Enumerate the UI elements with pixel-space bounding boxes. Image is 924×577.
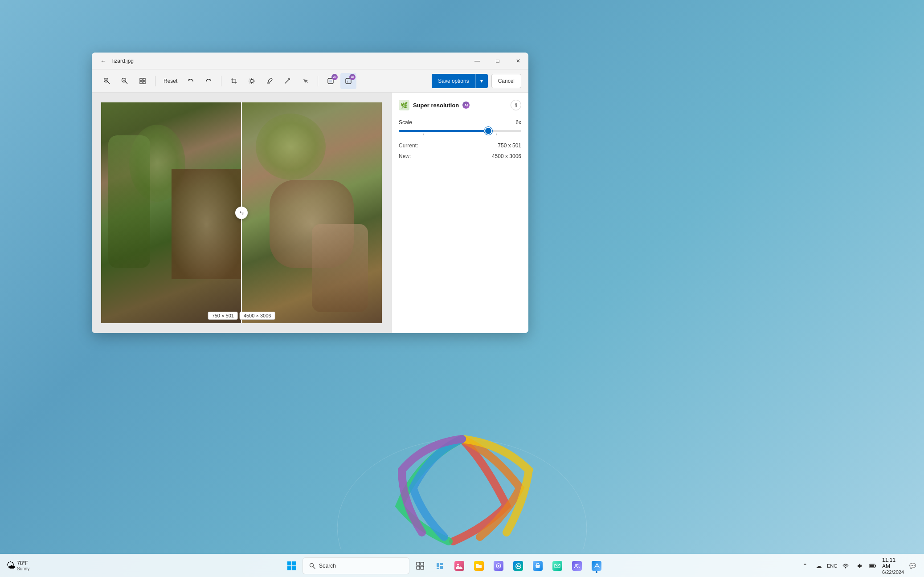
taskbar-mail-button[interactable] [548, 557, 566, 575]
svg-point-46 [577, 564, 579, 565]
svg-line-18 [253, 82, 254, 83]
original-size-label: 750 × 501 [208, 312, 238, 320]
separator-1 [155, 76, 155, 86]
super-resolution-button[interactable]: ↑ AI [340, 73, 356, 89]
save-options-button[interactable]: Save options ▾ [432, 74, 487, 88]
svg-rect-38 [440, 563, 443, 565]
svg-rect-35 [417, 566, 420, 569]
right-panel: 🌿 Super resolution AI ℹ Scale 6x [391, 93, 528, 333]
save-options-label: Save options [438, 78, 469, 84]
cloud-icon[interactable]: ☁ [813, 559, 824, 573]
network-icon[interactable] [840, 559, 851, 573]
taskbar-weather[interactable]: 🌤 78°F Sunny [0, 560, 89, 571]
svg-point-43 [498, 565, 499, 567]
taskbar-paint3d-button[interactable] [588, 557, 605, 575]
svg-rect-34 [421, 562, 424, 565]
taskbar-paint-button[interactable] [490, 557, 507, 575]
redo-button[interactable] [200, 73, 217, 89]
image-area: ⇆ 750 × 501 4500 × 3006 [92, 93, 391, 333]
size-labels: 750 × 501 4500 × 3006 [208, 312, 275, 320]
reset-button[interactable]: Reset [160, 73, 181, 89]
tick-2 [423, 134, 424, 135]
taskbar-photos-button[interactable] [450, 557, 468, 575]
slider-thumb[interactable] [485, 128, 491, 134]
current-label: Current: [399, 142, 418, 149]
sound-icon[interactable] [853, 559, 865, 573]
fit-button[interactable] [135, 73, 151, 89]
slider-fill [399, 130, 488, 132]
svg-point-41 [457, 564, 459, 565]
maximize-button[interactable]: □ [487, 53, 508, 69]
svg-rect-28 [292, 561, 296, 565]
back-button[interactable]: ← [97, 55, 110, 67]
weather-desc: Sunny [17, 566, 29, 571]
panel-ai-label: AI [464, 103, 468, 107]
svg-line-17 [249, 79, 250, 79]
svg-rect-27 [287, 561, 291, 565]
weather-temp: 78°F [17, 560, 29, 566]
cancel-label: Cancel [498, 78, 515, 84]
taskbar-edge-button[interactable] [509, 557, 527, 575]
slider-track [399, 130, 521, 132]
search-bar[interactable]: Search [303, 557, 409, 574]
show-hidden-icons-button[interactable]: ⌃ [799, 559, 811, 573]
desktop-logo-decoration [328, 372, 596, 550]
ai-enhance-button[interactable]: AI [323, 73, 339, 89]
panel-info-button[interactable]: ℹ [511, 100, 521, 110]
weather-icon: 🌤 [6, 561, 15, 571]
tick-1 [399, 134, 399, 135]
save-options-main[interactable]: Save options [432, 74, 475, 88]
svg-rect-51 [875, 565, 876, 567]
undo-button[interactable] [183, 73, 199, 89]
svg-rect-39 [440, 566, 443, 569]
svg-rect-11 [143, 81, 145, 84]
clock[interactable]: 11:11 AM 6/22/2024 [880, 556, 906, 576]
svg-line-2 [107, 81, 109, 83]
taskbar-teams-button[interactable] [568, 557, 586, 575]
slider-ticks [399, 134, 521, 135]
svg-rect-36 [421, 566, 424, 569]
notification-button[interactable]: 💬 [908, 561, 918, 571]
start-button[interactable] [283, 557, 301, 575]
panel-header: 🌿 Super resolution AI ℹ [399, 100, 521, 110]
svg-rect-9 [143, 78, 145, 81]
scale-slider[interactable] [399, 130, 521, 135]
separator-3 [318, 76, 318, 86]
zoom-in-button[interactable] [99, 73, 115, 89]
scale-value: 6x [515, 119, 521, 126]
svg-line-20 [249, 82, 250, 83]
close-button[interactable]: ✕ [508, 53, 528, 69]
window-controls: — □ ✕ [467, 53, 528, 69]
battery-icon[interactable] [867, 559, 879, 573]
svg-line-6 [125, 81, 127, 83]
svg-line-19 [253, 79, 254, 79]
current-value: 750 x 501 [498, 142, 521, 149]
zoom-out-button[interactable] [117, 73, 133, 89]
svg-text:↑: ↑ [347, 80, 348, 84]
minimize-button[interactable]: — [467, 53, 487, 69]
save-options-dropdown[interactable]: ▾ [475, 74, 488, 88]
scale-label: Scale [399, 119, 412, 126]
selection-button[interactable] [297, 73, 313, 89]
draw-button[interactable] [279, 73, 295, 89]
taskbar-files-button[interactable] [470, 557, 488, 575]
crop-button[interactable] [226, 73, 242, 89]
cancel-button[interactable]: Cancel [491, 74, 521, 88]
brightness-button[interactable] [244, 73, 260, 89]
svg-rect-40 [437, 568, 439, 569]
new-label: New: [399, 153, 411, 159]
widgets-button[interactable] [431, 557, 449, 575]
erase-button[interactable] [262, 73, 278, 89]
task-view-button[interactable] [411, 557, 429, 575]
new-size-row: New: 4500 x 3006 [399, 153, 521, 159]
tick-5 [496, 134, 497, 135]
new-value: 4500 x 3006 [492, 153, 521, 159]
split-handle[interactable]: ⇆ [235, 207, 248, 219]
taskbar: 🌤 78°F Sunny Search [0, 554, 924, 577]
tick-6 [521, 134, 521, 135]
language-icon[interactable]: ENG [826, 559, 838, 573]
enhanced-size-label: 4500 × 3006 [240, 312, 275, 320]
taskbar-store-button[interactable] [529, 557, 547, 575]
super-resolution-badge: AI [349, 74, 356, 80]
svg-rect-10 [140, 81, 142, 84]
